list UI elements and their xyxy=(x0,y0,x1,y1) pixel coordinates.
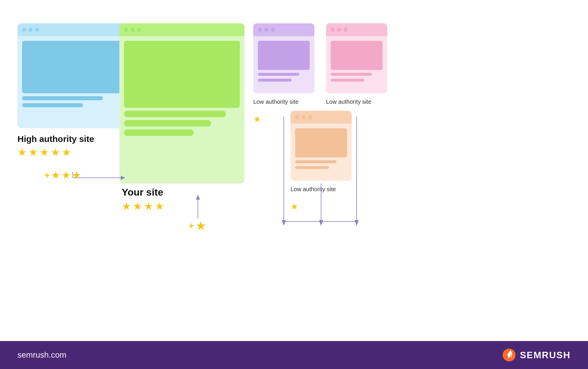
la3-line-2 xyxy=(295,166,329,169)
your-site-line-1 xyxy=(124,111,226,117)
la2-content xyxy=(326,36,387,86)
high-authority-image xyxy=(22,41,123,93)
la2-title: Low authority site xyxy=(326,99,371,105)
bonus-star-2: ★ xyxy=(61,169,71,181)
bonus-star-small: ★ xyxy=(195,219,206,233)
star-1: ★ xyxy=(17,146,27,159)
plus-sign-2: + xyxy=(189,220,194,231)
svg-marker-11 xyxy=(196,195,200,200)
your-star-2: ★ xyxy=(133,200,142,212)
la1-image xyxy=(258,41,310,70)
your-site-title: Your site xyxy=(122,187,164,198)
your-star-4: ★ xyxy=(155,200,164,212)
la3-stars: ★ xyxy=(291,201,336,212)
la2-dot-1 xyxy=(331,28,335,32)
la3-line-1 xyxy=(295,160,336,163)
bonus-star-1: ★ xyxy=(51,169,60,181)
browser-dot-3 xyxy=(35,28,39,32)
high-authority-content xyxy=(17,36,128,112)
la2-line-1 xyxy=(331,73,372,76)
your-star-3: ★ xyxy=(144,200,153,212)
your-site-content xyxy=(119,36,245,140)
la1-dot-1 xyxy=(258,28,262,32)
footer-url: semrush.com xyxy=(17,350,66,360)
high-authority-title: High authority site xyxy=(17,134,94,144)
la3-dot-3 xyxy=(308,115,312,119)
browser-dot-5 xyxy=(130,28,134,32)
la2-browser-bar xyxy=(326,23,387,36)
la1-browser-bar xyxy=(253,23,314,36)
plus-sign-1: + xyxy=(44,170,50,181)
your-site-label: Your site ★ ★ ★ ★ xyxy=(122,187,164,212)
la1-line-1 xyxy=(258,73,299,76)
your-site-line-3 xyxy=(124,129,194,136)
la3-title: Low authority site xyxy=(291,186,336,193)
browser-dot-2 xyxy=(29,28,33,32)
la3-dot-1 xyxy=(295,115,299,119)
la3-star: ★ xyxy=(291,201,298,212)
la1-dot-3 xyxy=(271,28,275,32)
high-authority-bonus: + ★ ★ ★ xyxy=(44,169,81,181)
diagram-area: High authority site ★ ★ ★ ★ ★ Your site … xyxy=(0,0,588,341)
star-5: ★ xyxy=(62,146,71,159)
la2-dot-2 xyxy=(337,28,341,32)
low-authority-window-2 xyxy=(326,23,387,93)
browser-dot-4 xyxy=(124,28,128,32)
star-3: ★ xyxy=(40,146,49,159)
la1-dot-2 xyxy=(264,28,268,32)
semrush-logo-icon xyxy=(502,348,516,362)
your-site-image xyxy=(124,41,240,108)
la3-image xyxy=(295,128,347,157)
low-authority-window-1 xyxy=(253,23,314,93)
your-site-line-2 xyxy=(124,120,211,126)
browser-dot-1 xyxy=(22,28,26,32)
line-2 xyxy=(22,103,83,107)
la2-image xyxy=(331,41,382,70)
la1-content xyxy=(253,36,314,86)
la2-dot-3 xyxy=(343,28,348,32)
bonus-star-3: ★ xyxy=(72,169,81,181)
la1-line-2 xyxy=(258,79,292,82)
svg-marker-7 xyxy=(282,220,286,226)
semrush-logo-text: SEMRUSH xyxy=(520,350,571,361)
svg-marker-9 xyxy=(319,220,323,226)
la3-dot-2 xyxy=(302,115,306,119)
your-star-1: ★ xyxy=(122,200,131,212)
la3-browser-bar xyxy=(291,111,352,124)
la3-label-group: Low authority site ★ xyxy=(291,186,336,212)
la3-content xyxy=(291,124,352,174)
star-4: ★ xyxy=(51,146,60,159)
footer: semrush.com SEMRUSH xyxy=(0,341,588,369)
line-1 xyxy=(22,96,103,100)
high-authority-browser-bar xyxy=(17,23,128,36)
high-authority-stars: ★ ★ ★ ★ ★ xyxy=(17,146,94,159)
high-authority-window xyxy=(17,23,128,128)
browser-dot-6 xyxy=(137,28,141,32)
la2-line-2 xyxy=(331,79,364,82)
low-authority-bonus: + ★ xyxy=(189,219,206,233)
your-site-stars: ★ ★ ★ ★ xyxy=(122,200,164,212)
svg-marker-8 xyxy=(355,220,359,226)
your-site-window xyxy=(119,23,245,184)
low-authority-window-3 xyxy=(291,111,352,181)
la1-star: ★ xyxy=(253,114,261,124)
your-site-browser-bar xyxy=(119,23,245,36)
la1-title: Low authority site xyxy=(253,99,299,105)
semrush-logo: SEMRUSH xyxy=(502,348,571,362)
star-2: ★ xyxy=(29,146,38,159)
high-authority-label: High authority site ★ ★ ★ ★ ★ xyxy=(17,134,94,159)
